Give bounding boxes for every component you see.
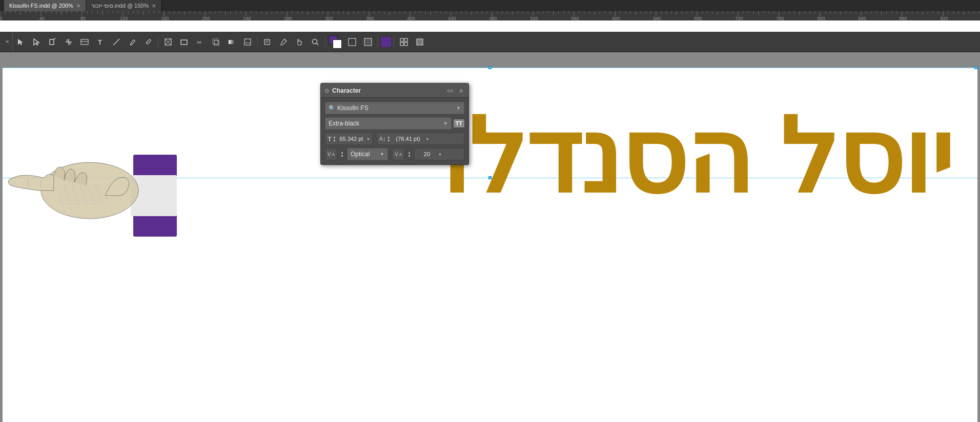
separator-5 [394, 37, 394, 47]
svg-rect-28 [349, 38, 356, 46]
tool-scissors[interactable]: ✂ [192, 34, 208, 50]
font-name-input[interactable] [337, 104, 456, 112]
tool-free-transform[interactable] [208, 34, 223, 50]
tool-rectangle[interactable] [176, 34, 192, 50]
hand-svg [8, 124, 177, 237]
svg-rect-21 [244, 39, 251, 45]
btn-frame-mode[interactable] [360, 34, 376, 50]
panel-collapse-btn[interactable]: << [445, 87, 455, 94]
svg-marker-22 [244, 41, 251, 44]
separator-3 [325, 37, 325, 47]
tool-content[interactable] [77, 34, 92, 50]
tool-gap[interactable] [61, 34, 76, 50]
tool-line[interactable] [109, 34, 124, 50]
panel-title-label: Character [332, 87, 361, 94]
toolbar-close[interactable]: ✕ [2, 32, 13, 52]
tool-pen[interactable] [125, 34, 140, 50]
font-search-container[interactable]: 🔍 ▼ [325, 102, 464, 114]
font-size-input[interactable] [337, 136, 365, 142]
ruler [0, 11, 980, 20]
leading-arrows[interactable]: ▲▼ [387, 135, 391, 142]
panel-controls: << ≡ [445, 87, 464, 94]
tool-zoom[interactable] [308, 34, 323, 50]
kerning-method-dropdown[interactable]: Optical ▼ [347, 148, 388, 160]
hand-illustration [8, 124, 177, 237]
svg-rect-23 [264, 39, 270, 45]
svg-line-27 [316, 43, 318, 45]
leading-dropdown-arrow[interactable]: ▼ [426, 137, 430, 141]
svg-marker-0 [18, 39, 23, 45]
tab-kissofin[interactable]: Kissofin FS.indd @ 200% ✕ [4, 0, 86, 11]
size-row: T ▲▼ ▼ A↕ ▲▼ [325, 133, 464, 145]
separator-4 [378, 37, 378, 47]
svg-rect-6 [66, 39, 68, 41]
svg-marker-1 [34, 39, 39, 45]
font-size-arrows[interactable]: ▲▼ [333, 135, 336, 142]
background-color[interactable] [333, 39, 342, 49]
panel-menu-btn[interactable]: ≡ [458, 87, 464, 94]
tab-sofi[interactable]: סופי יזכור.indd @ 150% ✕ [86, 0, 161, 11]
font-dropdown-arrow[interactable]: ▼ [456, 106, 461, 111]
tracking-stepper[interactable]: ▲▼ [407, 151, 411, 158]
svg-rect-8 [81, 39, 88, 45]
style-row: Extra-black ▼ TT [325, 117, 464, 130]
separator-1 [158, 37, 158, 47]
svg-rect-20 [229, 40, 235, 44]
svg-rect-34 [417, 39, 423, 45]
tab-kissofin-close[interactable]: ✕ [76, 3, 80, 9]
font-search-icon: 🔍 [329, 105, 336, 112]
svg-rect-32 [400, 43, 403, 46]
tool-hand[interactable] [292, 34, 307, 50]
tracking-value-input[interactable] [417, 151, 437, 157]
tool-pencil[interactable] [140, 34, 156, 50]
page: יוסל הסנדלר [3, 68, 977, 422]
tab-sofi-close[interactable]: ✕ [152, 3, 156, 9]
tt-label: TT [456, 120, 462, 126]
kerning-va-label: V [328, 152, 331, 157]
btn-preview-mode[interactable] [344, 34, 360, 50]
kerning-stepper[interactable]: ▲▼ [340, 151, 344, 158]
panel-diamond-icon: ◇ [325, 88, 329, 93]
font-size-dropdown-arrow[interactable]: ▼ [366, 137, 370, 141]
handle-top-right [974, 66, 977, 69]
tool-selection[interactable] [13, 34, 29, 50]
tab-kissofin-label: Kissofin FS.indd @ 200% [9, 3, 73, 9]
tt-button[interactable]: TT [454, 119, 464, 128]
svg-rect-18 [213, 39, 218, 44]
font-size-group: T ▲▼ ▼ [325, 133, 373, 145]
svg-text:✂: ✂ [197, 39, 202, 46]
tool-frame-x[interactable] [160, 34, 176, 50]
tool-gradient[interactable] [224, 34, 239, 50]
active-color-swatch[interactable] [380, 36, 392, 48]
leading-input[interactable] [392, 136, 425, 142]
tab-sofi-label: סופי יזכור.indd @ 150% [91, 3, 149, 9]
tracking-va-label: V [395, 152, 398, 157]
tracking-value-group: ▼ [414, 148, 464, 160]
separator-2 [257, 37, 258, 47]
font-row: 🔍 ▼ [325, 102, 464, 114]
tool-page[interactable] [45, 34, 60, 50]
svg-rect-19 [214, 40, 219, 45]
style-dropdown-arrow: ▼ [443, 121, 448, 126]
tool-direct-selection[interactable] [29, 34, 45, 50]
tool-eyedropper[interactable] [276, 34, 291, 50]
toolbar: ✕ T [0, 32, 980, 52]
tool-type[interactable]: T [93, 34, 108, 50]
color-swatches[interactable] [329, 35, 342, 49]
btn-view-options[interactable] [396, 34, 412, 50]
kerning-icon: V A [325, 148, 337, 160]
btn-full-screen[interactable] [412, 34, 427, 50]
handle-top-center [488, 66, 492, 69]
svg-rect-12 [146, 39, 151, 44]
font-style-label: Extra-black [329, 120, 359, 127]
tool-image-frame[interactable] [240, 34, 255, 50]
hebrew-text: יוסל הסנדלר [172, 106, 952, 208]
tracking-va-subscript: A [399, 152, 402, 157]
tracking-value-dropdown[interactable]: ▼ [438, 153, 442, 156]
kerning-method-label: Optical [351, 151, 370, 158]
font-style-dropdown[interactable]: Extra-black ▼ [325, 117, 452, 130]
tool-note[interactable] [260, 34, 275, 50]
svg-text:T: T [98, 38, 102, 46]
character-panel-header[interactable]: ◇ Character << ≡ [321, 83, 468, 98]
svg-rect-29 [364, 38, 372, 46]
